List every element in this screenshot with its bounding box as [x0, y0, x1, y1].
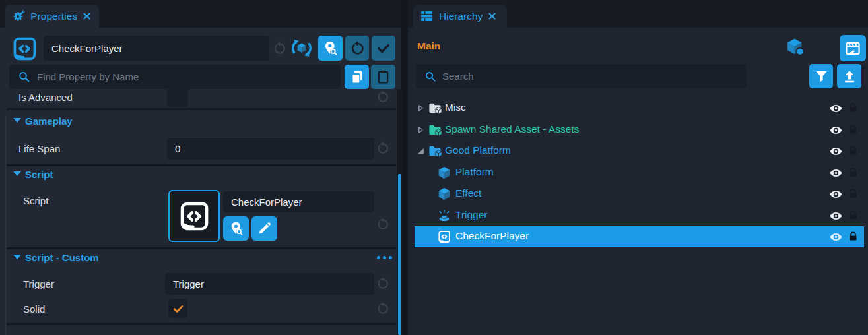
- tree-item-label: Good Platform: [445, 144, 511, 156]
- life-span-input[interactable]: [167, 138, 374, 160]
- hierarchy-body: Main Misc Spawn Shared Asset - Assets: [408, 28, 868, 335]
- reset-is-advanced-icon[interactable]: [376, 90, 389, 104]
- funnel-icon: [814, 69, 829, 84]
- tab-properties-label: Properties: [30, 11, 77, 22]
- find-script-asset-button[interactable]: [223, 216, 249, 241]
- tree-row-platform[interactable]: Platform: [415, 162, 864, 183]
- scene-preview-button[interactable]: [840, 35, 866, 61]
- checkmark-icon: [172, 303, 184, 315]
- filter-button[interactable]: [809, 64, 833, 88]
- visibility-eye-icon[interactable]: [829, 102, 843, 115]
- section-gameplay[interactable]: Gameplay: [25, 115, 73, 127]
- upload-button[interactable]: [837, 64, 861, 88]
- expander-expanded-icon[interactable]: [416, 146, 425, 156]
- visibility-eye-icon[interactable]: [829, 166, 843, 180]
- close-hierarchy-tab-icon[interactable]: [488, 12, 496, 20]
- find-in-scene-button[interactable]: [318, 36, 343, 61]
- section-script-custom[interactable]: Script - Custom: [25, 252, 99, 263]
- clapperboard-rocket-icon: [844, 40, 861, 57]
- tab-hierarchy[interactable]: Hierarchy: [413, 5, 507, 28]
- pin-search-icon: [228, 221, 244, 237]
- root-label[interactable]: Main: [417, 40, 440, 52]
- tree-row-misc[interactable]: Misc: [415, 98, 864, 119]
- collapse-gameplay-icon[interactable]: [13, 118, 21, 123]
- tree-item-label: Platform: [455, 166, 494, 178]
- lock-icon[interactable]: [848, 230, 859, 243]
- lock-icon[interactable]: [848, 187, 859, 200]
- confirm-button[interactable]: [372, 36, 395, 61]
- lock-icon[interactable]: [848, 102, 859, 114]
- tree-row-effect[interactable]: Effect: [415, 183, 864, 204]
- lock-icon[interactable]: [848, 166, 859, 179]
- solid-property-label: Solid: [23, 303, 45, 315]
- tree-row-good-platform[interactable]: Good Platform: [415, 140, 864, 162]
- script-asset-thumbnail[interactable]: [168, 190, 220, 242]
- reset-name-icon[interactable]: [273, 42, 286, 55]
- collapse-script-icon[interactable]: [13, 171, 21, 176]
- tree-row-trigger[interactable]: Trigger: [415, 205, 864, 226]
- copy-button[interactable]: [345, 65, 369, 89]
- solid-checkbox[interactable]: [168, 299, 187, 318]
- tree-item-label: Trigger: [455, 209, 488, 221]
- is-advanced-label: Is Advanced: [18, 92, 73, 103]
- tree-row-spawn-shared-asset[interactable]: Spawn Shared Asset - Assets: [415, 119, 864, 140]
- tab-properties[interactable]: Properties: [5, 5, 99, 28]
- find-property-input[interactable]: [9, 65, 341, 89]
- folder-cube-icon: [428, 101, 442, 115]
- copy-icon: [349, 69, 365, 85]
- expander-collapsed-icon[interactable]: [416, 104, 425, 113]
- trigger-property-label: Trigger: [23, 278, 54, 289]
- lock-icon[interactable]: [848, 123, 859, 136]
- life-span-label: Life Span: [18, 143, 60, 154]
- close-properties-tab-icon[interactable]: [83, 12, 91, 20]
- edit-script-button[interactable]: [251, 216, 277, 241]
- search-icon: [17, 70, 31, 84]
- reset-trigger-icon[interactable]: [376, 277, 389, 290]
- tree-row-checkforplayer[interactable]: CheckForPlayer: [415, 226, 864, 247]
- visibility-eye-icon[interactable]: [829, 144, 843, 158]
- cube-icon: [437, 166, 451, 180]
- pin-search-icon: [322, 40, 339, 57]
- scrollbar-thumb[interactable]: [398, 174, 401, 335]
- hierarchy-list-icon: [420, 9, 434, 23]
- visibility-eye-icon[interactable]: [829, 209, 843, 223]
- object-name-input[interactable]: [44, 36, 269, 61]
- script-label: Script: [23, 195, 48, 206]
- reset-life-span-icon[interactable]: [376, 142, 389, 155]
- search-icon: [424, 70, 437, 83]
- shared-asset-cube-icon[interactable]: [785, 37, 805, 57]
- hierarchy-panel: Hierarchy Main Misc Spawn Shared Ass: [408, 0, 868, 335]
- expander-collapsed-icon[interactable]: [416, 125, 425, 135]
- collapse-script-custom-icon[interactable]: [13, 255, 21, 259]
- tab-hierarchy-label: Hierarchy: [439, 11, 483, 22]
- hierarchy-search-input[interactable]: [416, 64, 747, 88]
- visibility-eye-icon[interactable]: [829, 187, 843, 201]
- undo-icon: [350, 41, 365, 56]
- tree-item-label: CheckForPlayer: [455, 230, 529, 242]
- script-asset-name-input[interactable]: [223, 191, 374, 212]
- lock-icon[interactable]: [848, 144, 859, 157]
- gear-wrench-icon: [12, 9, 25, 23]
- panel-edge-divider: [5, 115, 7, 335]
- cube-icon: [437, 187, 451, 201]
- section-divider: [7, 247, 396, 249]
- section-script[interactable]: Script: [25, 169, 53, 180]
- properties-panel: Properties Is Advanced: [0, 0, 401, 335]
- paste-button[interactable]: [371, 65, 395, 89]
- is-advanced-checkbox[interactable]: [167, 86, 188, 107]
- visibility-eye-icon[interactable]: [829, 123, 843, 137]
- tree-item-label: Misc: [445, 102, 466, 113]
- trigger-property-input[interactable]: [165, 273, 374, 295]
- checkmark-icon: [376, 41, 391, 55]
- reset-solid-icon[interactable]: [376, 302, 389, 315]
- lock-icon[interactable]: [848, 209, 859, 222]
- folder-cube-icon: [428, 123, 442, 137]
- visibility-eye-icon[interactable]: [829, 230, 843, 244]
- section-menu-icon[interactable]: [377, 256, 392, 259]
- pencil-icon: [257, 221, 272, 236]
- networked-icon[interactable]: [289, 36, 314, 61]
- undo-button[interactable]: [345, 36, 369, 61]
- reset-script-icon[interactable]: [376, 218, 389, 231]
- section-divider: [7, 108, 396, 110]
- section-divider: [7, 164, 396, 166]
